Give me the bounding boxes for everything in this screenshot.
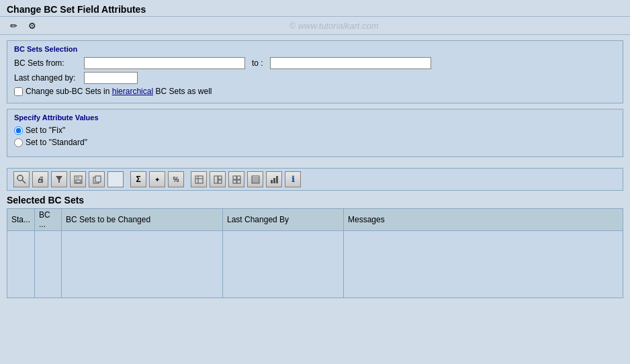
- bottom-toolbar: 🖨 Σ ✦ % ℹ: [7, 168, 623, 191]
- svg-rect-4: [76, 176, 79, 179]
- db3-button[interactable]: [228, 171, 244, 187]
- svg-rect-15: [237, 176, 240, 179]
- chart-button[interactable]: [266, 171, 282, 187]
- db1-button[interactable]: [191, 171, 207, 187]
- page-title: Change BC Set Field Attributes: [7, 4, 623, 15]
- percent-button[interactable]: %: [168, 171, 184, 187]
- bc-sets-from-label: BC Sets from:: [14, 58, 81, 68]
- hierarchical-text: hierarchical: [112, 87, 153, 96]
- svg-rect-13: [218, 180, 222, 183]
- svg-point-0: [17, 175, 23, 181]
- radio-standard-label: Set to "Standard": [26, 138, 87, 147]
- svg-rect-24: [276, 176, 278, 183]
- bc-sets-section-title: BC Sets Selection: [14, 45, 616, 53]
- radio-standard-row: Set to "Standard": [14, 138, 616, 147]
- filter-button[interactable]: [51, 171, 67, 187]
- last-changed-by-input[interactable]: [84, 72, 138, 84]
- svg-rect-11: [214, 176, 218, 183]
- svg-rect-5: [76, 180, 81, 183]
- selected-bc-sets-section: Selected BC Sets Sta... BC ... BC Sets t…: [0, 195, 630, 298]
- last-changed-by-label: Last changed by:: [14, 73, 81, 83]
- bc-sets-from-input[interactable]: [84, 57, 245, 69]
- execute-button[interactable]: [13, 171, 30, 187]
- table-row: [7, 231, 623, 298]
- radio-fix-row: Set to "Fix": [14, 126, 616, 135]
- table-body: [7, 231, 623, 298]
- attribute-values-section-title: Specify Attribute Values: [14, 113, 616, 122]
- svg-rect-22: [271, 180, 273, 183]
- table-header-row: Sta... BC ... BC Sets to be Changed Last…: [7, 209, 623, 231]
- sub-bc-sets-label: Change sub-BC Sets in hierarchical BC Se…: [26, 87, 212, 96]
- svg-rect-14: [233, 176, 236, 179]
- bc-sets-to-input[interactable]: [270, 57, 431, 69]
- selected-bc-sets-title: Selected BC Sets: [7, 195, 623, 206]
- grid-button[interactable]: [247, 171, 263, 187]
- svg-rect-12: [218, 176, 222, 179]
- sub-bc-sets-checkbox[interactable]: [14, 87, 23, 96]
- col-bc: BC ...: [35, 209, 62, 231]
- copy-button[interactable]: [89, 171, 105, 187]
- title-bar: Change BC Set Field Attributes: [0, 0, 630, 17]
- svg-rect-23: [273, 178, 275, 183]
- bc-sets-selection-section: BC Sets Selection BC Sets from: to : Las…: [7, 40, 623, 103]
- svg-marker-2: [56, 176, 62, 183]
- svg-rect-17: [237, 180, 240, 183]
- db2-button[interactable]: [210, 171, 226, 187]
- sigma-button[interactable]: Σ: [130, 171, 146, 187]
- radio-standard[interactable]: [14, 138, 23, 147]
- print-button[interactable]: 🖨: [32, 171, 48, 187]
- pencil-icon[interactable]: ✏: [7, 19, 20, 32]
- svg-line-1: [22, 180, 26, 183]
- attribute-values-section: Specify Attribute Values Set to "Fix" Se…: [7, 109, 623, 157]
- svg-rect-16: [233, 180, 236, 183]
- toolbar-row: ✏ ⚙ © www.tutorialkart.com: [0, 17, 630, 35]
- svg-rect-8: [195, 176, 203, 183]
- last-changed-by-row: Last changed by:: [14, 72, 616, 84]
- blank-button[interactable]: [107, 171, 124, 187]
- radio-fix[interactable]: [14, 126, 23, 135]
- sub-bc-sets-checkbox-row: Change sub-BC Sets in hierarchical BC Se…: [14, 87, 616, 96]
- col-messages: Messages: [344, 209, 623, 231]
- info-button[interactable]: ℹ: [285, 171, 301, 187]
- bottom-toolbar-wrapper: 🖨 Σ ✦ % ℹ: [0, 168, 630, 191]
- main-content: BC Sets Selection BC Sets from: to : Las…: [0, 35, 630, 168]
- svg-rect-7: [95, 176, 101, 182]
- bc-sets-from-row: BC Sets from: to :: [14, 57, 616, 69]
- bc-sets-table: Sta... BC ... BC Sets to be Changed Last…: [7, 208, 623, 298]
- col-last-changed-by: Last Changed By: [223, 209, 344, 231]
- watermark: © www.tutorialkart.com: [44, 21, 623, 31]
- col-status: Sta...: [7, 209, 35, 231]
- col-to-be-changed: BC Sets to be Changed: [62, 209, 223, 231]
- radio-fix-label: Set to "Fix": [26, 126, 65, 135]
- tools-icon[interactable]: ⚙: [26, 19, 39, 32]
- save-button[interactable]: [70, 171, 86, 187]
- calc-button[interactable]: ✦: [149, 171, 165, 187]
- bc-sets-to-label: to :: [252, 58, 263, 68]
